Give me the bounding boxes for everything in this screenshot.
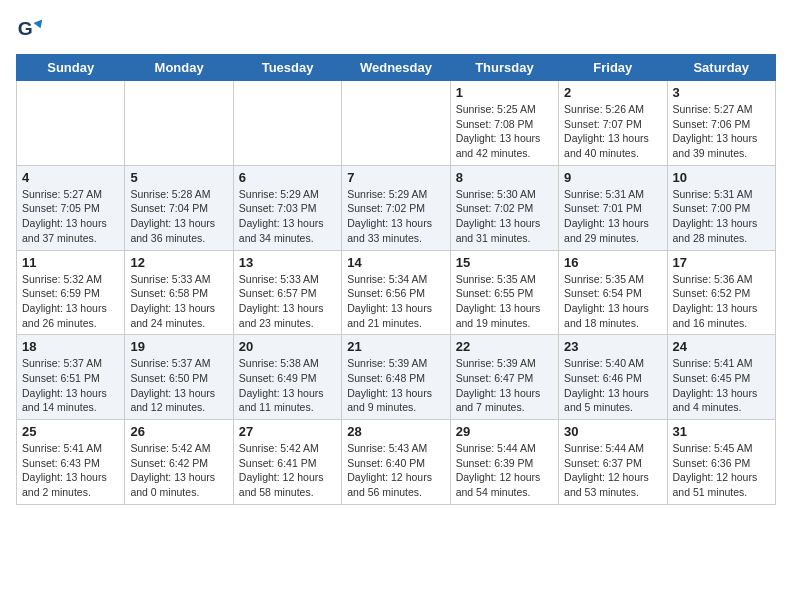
week-row-1: 1Sunrise: 5:25 AM Sunset: 7:08 PM Daylig… [17, 81, 776, 166]
day-info: Sunrise: 5:34 AM Sunset: 6:56 PM Dayligh… [347, 272, 444, 331]
day-info: Sunrise: 5:43 AM Sunset: 6:40 PM Dayligh… [347, 441, 444, 500]
svg-text:G: G [18, 18, 33, 39]
calendar-cell: 22Sunrise: 5:39 AM Sunset: 6:47 PM Dayli… [450, 335, 558, 420]
calendar-cell: 18Sunrise: 5:37 AM Sunset: 6:51 PM Dayli… [17, 335, 125, 420]
calendar-cell: 4Sunrise: 5:27 AM Sunset: 7:05 PM Daylig… [17, 165, 125, 250]
calendar-cell: 9Sunrise: 5:31 AM Sunset: 7:01 PM Daylig… [559, 165, 667, 250]
day-number: 28 [347, 424, 444, 439]
day-number: 24 [673, 339, 770, 354]
calendar-cell: 19Sunrise: 5:37 AM Sunset: 6:50 PM Dayli… [125, 335, 233, 420]
calendar-cell [342, 81, 450, 166]
calendar-cell [17, 81, 125, 166]
dow-saturday: Saturday [667, 55, 775, 81]
calendar-cell: 6Sunrise: 5:29 AM Sunset: 7:03 PM Daylig… [233, 165, 341, 250]
calendar-cell: 29Sunrise: 5:44 AM Sunset: 6:39 PM Dayli… [450, 420, 558, 505]
day-info: Sunrise: 5:25 AM Sunset: 7:08 PM Dayligh… [456, 102, 553, 161]
calendar-cell: 3Sunrise: 5:27 AM Sunset: 7:06 PM Daylig… [667, 81, 775, 166]
day-number: 22 [456, 339, 553, 354]
day-number: 12 [130, 255, 227, 270]
calendar-body: 1Sunrise: 5:25 AM Sunset: 7:08 PM Daylig… [17, 81, 776, 505]
day-number: 6 [239, 170, 336, 185]
day-info: Sunrise: 5:45 AM Sunset: 6:36 PM Dayligh… [673, 441, 770, 500]
logo-icon: G [16, 16, 44, 44]
day-number: 13 [239, 255, 336, 270]
dow-thursday: Thursday [450, 55, 558, 81]
day-info: Sunrise: 5:31 AM Sunset: 7:01 PM Dayligh… [564, 187, 661, 246]
day-info: Sunrise: 5:35 AM Sunset: 6:54 PM Dayligh… [564, 272, 661, 331]
day-info: Sunrise: 5:37 AM Sunset: 6:51 PM Dayligh… [22, 356, 119, 415]
day-number: 11 [22, 255, 119, 270]
day-number: 5 [130, 170, 227, 185]
day-number: 2 [564, 85, 661, 100]
calendar-cell: 20Sunrise: 5:38 AM Sunset: 6:49 PM Dayli… [233, 335, 341, 420]
day-of-week-header: SundayMondayTuesdayWednesdayThursdayFrid… [17, 55, 776, 81]
day-number: 20 [239, 339, 336, 354]
day-info: Sunrise: 5:26 AM Sunset: 7:07 PM Dayligh… [564, 102, 661, 161]
calendar-cell: 2Sunrise: 5:26 AM Sunset: 7:07 PM Daylig… [559, 81, 667, 166]
day-info: Sunrise: 5:39 AM Sunset: 6:47 PM Dayligh… [456, 356, 553, 415]
day-info: Sunrise: 5:27 AM Sunset: 7:05 PM Dayligh… [22, 187, 119, 246]
day-info: Sunrise: 5:37 AM Sunset: 6:50 PM Dayligh… [130, 356, 227, 415]
day-info: Sunrise: 5:44 AM Sunset: 6:37 PM Dayligh… [564, 441, 661, 500]
day-number: 18 [22, 339, 119, 354]
calendar-cell: 26Sunrise: 5:42 AM Sunset: 6:42 PM Dayli… [125, 420, 233, 505]
calendar-cell: 12Sunrise: 5:33 AM Sunset: 6:58 PM Dayli… [125, 250, 233, 335]
day-info: Sunrise: 5:44 AM Sunset: 6:39 PM Dayligh… [456, 441, 553, 500]
calendar-cell: 27Sunrise: 5:42 AM Sunset: 6:41 PM Dayli… [233, 420, 341, 505]
calendar-cell: 31Sunrise: 5:45 AM Sunset: 6:36 PM Dayli… [667, 420, 775, 505]
day-info: Sunrise: 5:40 AM Sunset: 6:46 PM Dayligh… [564, 356, 661, 415]
calendar-cell: 1Sunrise: 5:25 AM Sunset: 7:08 PM Daylig… [450, 81, 558, 166]
calendar-cell: 21Sunrise: 5:39 AM Sunset: 6:48 PM Dayli… [342, 335, 450, 420]
calendar-cell: 7Sunrise: 5:29 AM Sunset: 7:02 PM Daylig… [342, 165, 450, 250]
day-number: 3 [673, 85, 770, 100]
week-row-2: 4Sunrise: 5:27 AM Sunset: 7:05 PM Daylig… [17, 165, 776, 250]
day-info: Sunrise: 5:30 AM Sunset: 7:02 PM Dayligh… [456, 187, 553, 246]
week-row-3: 11Sunrise: 5:32 AM Sunset: 6:59 PM Dayli… [17, 250, 776, 335]
day-info: Sunrise: 5:42 AM Sunset: 6:41 PM Dayligh… [239, 441, 336, 500]
calendar-cell: 28Sunrise: 5:43 AM Sunset: 6:40 PM Dayli… [342, 420, 450, 505]
day-number: 21 [347, 339, 444, 354]
calendar-cell: 15Sunrise: 5:35 AM Sunset: 6:55 PM Dayli… [450, 250, 558, 335]
day-info: Sunrise: 5:33 AM Sunset: 6:58 PM Dayligh… [130, 272, 227, 331]
day-number: 31 [673, 424, 770, 439]
day-info: Sunrise: 5:39 AM Sunset: 6:48 PM Dayligh… [347, 356, 444, 415]
calendar-cell: 10Sunrise: 5:31 AM Sunset: 7:00 PM Dayli… [667, 165, 775, 250]
calendar-cell [125, 81, 233, 166]
day-info: Sunrise: 5:41 AM Sunset: 6:43 PM Dayligh… [22, 441, 119, 500]
day-number: 4 [22, 170, 119, 185]
day-number: 25 [22, 424, 119, 439]
calendar-cell: 11Sunrise: 5:32 AM Sunset: 6:59 PM Dayli… [17, 250, 125, 335]
day-number: 29 [456, 424, 553, 439]
day-info: Sunrise: 5:38 AM Sunset: 6:49 PM Dayligh… [239, 356, 336, 415]
calendar-cell: 25Sunrise: 5:41 AM Sunset: 6:43 PM Dayli… [17, 420, 125, 505]
day-info: Sunrise: 5:41 AM Sunset: 6:45 PM Dayligh… [673, 356, 770, 415]
day-number: 30 [564, 424, 661, 439]
day-info: Sunrise: 5:29 AM Sunset: 7:03 PM Dayligh… [239, 187, 336, 246]
day-number: 10 [673, 170, 770, 185]
dow-friday: Friday [559, 55, 667, 81]
day-info: Sunrise: 5:29 AM Sunset: 7:02 PM Dayligh… [347, 187, 444, 246]
day-info: Sunrise: 5:32 AM Sunset: 6:59 PM Dayligh… [22, 272, 119, 331]
day-number: 14 [347, 255, 444, 270]
logo: G [16, 16, 48, 44]
dow-tuesday: Tuesday [233, 55, 341, 81]
day-number: 15 [456, 255, 553, 270]
day-number: 8 [456, 170, 553, 185]
day-number: 26 [130, 424, 227, 439]
calendar-cell: 13Sunrise: 5:33 AM Sunset: 6:57 PM Dayli… [233, 250, 341, 335]
day-number: 17 [673, 255, 770, 270]
day-number: 16 [564, 255, 661, 270]
day-info: Sunrise: 5:31 AM Sunset: 7:00 PM Dayligh… [673, 187, 770, 246]
calendar-table: SundayMondayTuesdayWednesdayThursdayFrid… [16, 54, 776, 505]
calendar-cell: 30Sunrise: 5:44 AM Sunset: 6:37 PM Dayli… [559, 420, 667, 505]
calendar-cell [233, 81, 341, 166]
day-info: Sunrise: 5:35 AM Sunset: 6:55 PM Dayligh… [456, 272, 553, 331]
day-info: Sunrise: 5:28 AM Sunset: 7:04 PM Dayligh… [130, 187, 227, 246]
calendar-cell: 24Sunrise: 5:41 AM Sunset: 6:45 PM Dayli… [667, 335, 775, 420]
day-info: Sunrise: 5:33 AM Sunset: 6:57 PM Dayligh… [239, 272, 336, 331]
day-number: 19 [130, 339, 227, 354]
day-number: 1 [456, 85, 553, 100]
day-number: 27 [239, 424, 336, 439]
day-number: 9 [564, 170, 661, 185]
calendar-cell: 16Sunrise: 5:35 AM Sunset: 6:54 PM Dayli… [559, 250, 667, 335]
